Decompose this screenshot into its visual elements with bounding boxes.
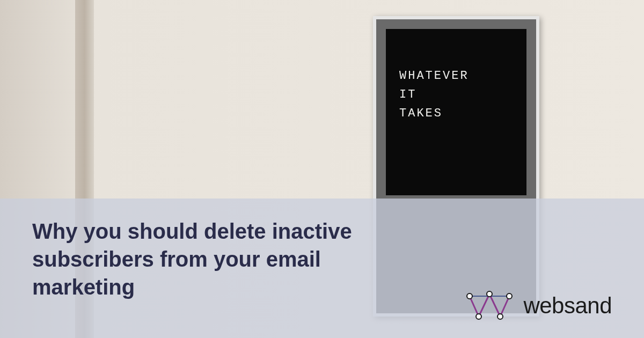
sign-line-1: WHATEVER bbox=[399, 67, 516, 85]
title-overlay: Why you should delete inactive subscribe… bbox=[0, 199, 644, 338]
headline: Why you should delete inactive subscribe… bbox=[32, 217, 386, 301]
svg-line-0 bbox=[470, 296, 479, 317]
svg-line-1 bbox=[479, 294, 489, 317]
sign-text: WHATEVER IT TAKES bbox=[399, 67, 516, 123]
svg-line-2 bbox=[489, 294, 500, 317]
svg-point-5 bbox=[467, 293, 472, 299]
svg-point-6 bbox=[476, 314, 481, 319]
svg-point-7 bbox=[487, 291, 492, 297]
letter-board: WHATEVER IT TAKES bbox=[386, 29, 526, 195]
websand-logo-icon bbox=[465, 290, 514, 322]
svg-line-3 bbox=[500, 296, 509, 317]
svg-point-9 bbox=[507, 293, 512, 299]
sign-line-3: TAKES bbox=[399, 104, 516, 123]
svg-point-8 bbox=[497, 314, 503, 319]
brand-name: websand bbox=[523, 293, 612, 319]
brand-logo: websand bbox=[465, 290, 612, 322]
sign-line-2: IT bbox=[399, 85, 516, 104]
